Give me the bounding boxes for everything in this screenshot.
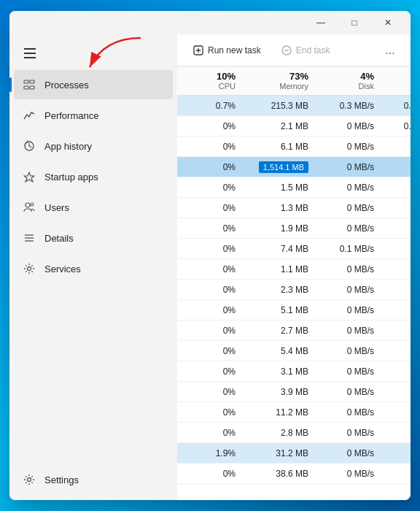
cell-cpu: 0% [186,366,244,377]
cell-cpu: 0% [186,121,244,131]
sidebar-item-app-history[interactable]: App history [14,131,173,161]
sidebar-label-details: Details [44,233,74,244]
cell-disk: 0 MB/s [317,428,383,438]
cell-disk: 0.3 MB/s [317,101,383,111]
cell-cpu: 0% [186,162,244,172]
col-header-network[interactable]: 0% Network [380,71,411,91]
table-row[interactable]: 0%1,514.1 MB0 MB/s0 Mbps [177,157,411,177]
sidebar-label-users: Users [44,202,69,213]
cell-disk: 0 MB/s [317,366,383,377]
cell-network: 0 Mbps [383,203,411,213]
sidebar-item-processes[interactable]: Processes [14,70,173,99]
cell-disk: 0 MB/s [317,407,383,418]
cell-disk: 0 MB/s [317,182,383,193]
sidebar-item-startup-apps[interactable]: Startup apps [14,162,173,191]
cell-network: 0 Mbps [383,407,411,418]
memory-percent: 73% [289,71,308,82]
cell-network: 0 Mbps [383,387,411,397]
cell-network: 0 Mbps [383,285,411,295]
sidebar-label-performance: Performance [44,110,98,121]
cell-memory: 2.1 MB [244,121,317,131]
cell-cpu: 0% [186,428,244,438]
cell-disk: 0 MB/s [317,346,383,356]
more-options-button[interactable]: ... [378,39,402,62]
cell-disk: 0 MB/s [317,326,383,336]
cell-network: 0 Mbps [383,366,411,377]
table-row[interactable]: 0%11.2 MB0 MB/s0 Mbps [177,402,411,423]
sidebar-label-services: Services [44,264,81,274]
cell-cpu: 0% [186,223,244,234]
svg-rect-1 [24,80,28,83]
table-row[interactable]: 0%1.5 MB0 MB/s0 Mbps [177,177,411,198]
cell-cpu: 1.9% [186,448,244,458]
right-panel: Run new task End task ... 10% [177,34,411,500]
cell-cpu: 0% [186,346,244,356]
table-header: 10% CPU 73% Memory 4% Disk 0% [177,66,411,96]
close-button[interactable]: ✕ [371,11,405,34]
sidebar-item-details[interactable]: Details [14,223,173,253]
cell-memory: 2.8 MB [244,428,317,438]
end-task-button[interactable]: End task [274,41,338,60]
table-row[interactable]: 0%1.9 MB0 MB/s0 Mbps [177,218,411,239]
users-icon [23,201,36,214]
cell-memory: 3.1 MB [244,366,317,377]
sidebar-item-users[interactable]: Users [14,193,173,222]
table-row[interactable]: 0%2.7 MB0 MB/s0 Mbps [177,320,411,341]
cell-network: 0 Mbps [383,142,411,152]
table-row[interactable]: 0%7.4 MB0.1 MB/s0 Mbps [177,239,411,259]
sidebar-label-processes: Processes [44,80,89,91]
cell-network: 0.1 Mbps [383,101,411,111]
sidebar-item-settings[interactable]: Settings [14,465,173,494]
settings-icon [23,473,36,486]
table-row[interactable]: 0%5.4 MB0 MB/s0 Mbps [177,341,411,361]
svg-point-12 [28,478,31,482]
cell-cpu: 0% [186,264,244,274]
hamburger-menu[interactable] [15,40,44,66]
table-row[interactable]: 0%1.1 MB0 MB/s0 Mbps [177,259,411,280]
col-header-disk[interactable]: 4% Disk [314,71,380,91]
run-new-task-button[interactable]: Run new task [186,41,268,60]
cell-memory: 11.2 MB [244,407,317,418]
table-row[interactable]: 1.9%31.2 MB0 MB/s0 Mbps [177,443,411,464]
end-task-icon [281,45,292,55]
performance-icon [23,109,36,122]
startup-apps-icon [23,170,36,183]
disk-label: Disk [359,82,374,91]
cell-cpu: 0% [186,326,244,336]
svg-point-6 [26,203,30,207]
svg-rect-2 [30,80,34,83]
cell-memory: 5.4 MB [244,346,317,356]
maximize-button[interactable]: □ [338,11,371,34]
sidebar-item-services[interactable]: Services [14,254,173,283]
table-row[interactable]: 0%3.1 MB0 MB/s0 Mbps [177,361,411,382]
cell-network: 0 Mbps [383,182,411,193]
table-row[interactable]: 0%38.6 MB0 MB/s0 Mbps [177,464,411,484]
cell-network: 0 Mbps [383,448,411,458]
col-header-cpu[interactable]: 10% CPU [183,71,241,91]
table-row[interactable]: 0%1.3 MB0 MB/s0 Mbps [177,198,411,218]
col-header-memory[interactable]: 73% Memory [241,71,314,91]
cell-network: 0 Mbps [383,244,411,254]
cell-memory: 6.1 MB [244,142,317,152]
table-row[interactable]: 0%6.1 MB0 MB/s0 Mbps [177,137,411,157]
cell-memory: 3.9 MB [244,387,317,397]
processes-icon [23,78,36,91]
cell-network: 0 Mbps [383,223,411,234]
cell-disk: 0 MB/s [317,387,383,397]
table-row[interactable]: 0.7%215.3 MB0.3 MB/s0.1 Mbps [177,96,411,116]
table-row[interactable]: 0%2.8 MB0 MB/s0 Mbps [177,423,411,443]
toolbar: Run new task End task ... [177,34,411,66]
svg-point-7 [31,203,34,206]
table-row[interactable]: 0%2.1 MB0 MB/s0.1 Mbps [177,116,411,137]
table-row[interactable]: 0%2.3 MB0 MB/s0 Mbps [177,280,411,300]
cell-network: 0 Mbps [383,326,411,336]
sidebar-item-performance[interactable]: Performance [14,101,173,130]
table-row[interactable]: 0%3.9 MB0 MB/s0 Mbps [177,382,411,402]
cell-cpu: 0% [186,203,244,213]
cell-network: 0 Mbps [383,162,411,172]
cell-cpu: 0% [186,469,244,479]
end-task-label: End task [296,45,330,55]
minimize-button[interactable]: — [304,11,338,34]
table-row[interactable]: 0%5.1 MB0 MB/s0 Mbps [177,300,411,320]
svg-rect-3 [24,86,28,89]
